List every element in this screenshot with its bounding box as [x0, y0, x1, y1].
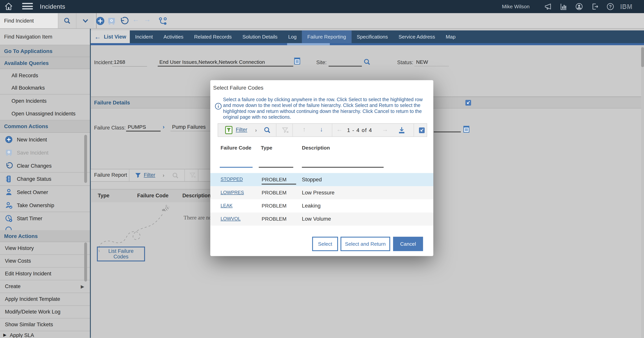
sidebar-header-more-actions[interactable]: More Actions [0, 230, 90, 242]
megaphone-icon[interactable] [544, 3, 552, 11]
sidebar-header-common-actions[interactable]: Common Actions [0, 120, 90, 133]
tab-activities[interactable]: Activities [158, 31, 189, 43]
search-button[interactable] [58, 13, 76, 28]
failure-code-link[interactable]: LOWPRES [220, 190, 244, 195]
download-icon[interactable] [398, 126, 406, 135]
action-save-incident: Save Incident [0, 146, 90, 159]
sidebar-item-all-bookmarks[interactable]: All Bookmarks [0, 82, 90, 94]
more-apply-sla[interactable]: ▶ Apply SLA [0, 331, 90, 338]
cancel-button[interactable]: Cancel [393, 237, 423, 251]
select-and-return-button[interactable]: Select and Return [340, 237, 390, 251]
filter-table-icon[interactable] [225, 126, 232, 135]
failure-code-link[interactable]: LEAK [220, 203, 232, 208]
find-incident-input[interactable] [0, 13, 62, 28]
tab-related-records[interactable]: Related Records [189, 31, 237, 43]
incident-id-field[interactable]: 1268 [112, 58, 147, 67]
sidebar-header-queries[interactable]: Available Queries [0, 57, 90, 69]
action-new-incident[interactable]: New Incident [0, 133, 90, 146]
failure-class-field[interactable]: PUMPS [126, 123, 160, 132]
user-profile-icon[interactable] [575, 3, 583, 11]
search-icon-disabled [172, 172, 179, 179]
type-filter-input[interactable] [259, 167, 293, 168]
description-filter-input[interactable] [302, 167, 384, 168]
tab-failure-reporting[interactable]: Failure Reporting [302, 31, 352, 43]
sidebar-item-open-incidents[interactable]: Open Incidents [0, 95, 90, 107]
sidebar-scrollbar-thumb-2[interactable] [84, 242, 87, 281]
table-row[interactable]: LEAK PROBLEM Leaking [210, 199, 433, 212]
failure-code-link[interactable]: LOWVOL [220, 216, 240, 221]
bar-chart-icon[interactable] [560, 3, 568, 11]
tab-log[interactable]: Log [283, 31, 302, 43]
long-description-icon[interactable] [463, 126, 470, 133]
list-failure-codes-button[interactable]: List Failure Codes [97, 247, 145, 261]
select-button[interactable]: Select [312, 237, 338, 251]
minimize-icon[interactable] [419, 127, 425, 133]
remarks-field[interactable] [434, 126, 461, 132]
save-icon[interactable] [107, 17, 116, 26]
failure-code-filter-input[interactable] [220, 167, 253, 168]
menu-icon[interactable] [22, 3, 33, 11]
sidebar-item-open-unassigned[interactable]: Open Unassigned Incidents [0, 107, 90, 120]
incident-description-field[interactable]: End User Issues,Network,Network Connecti… [158, 58, 293, 67]
filter-link[interactable]: Filter [236, 127, 247, 133]
site-field[interactable] [328, 58, 362, 67]
action-change-status[interactable]: Change Status [0, 172, 90, 185]
new-record-icon[interactable] [95, 16, 105, 26]
sidebar-header-goto[interactable]: Go To Applications [0, 45, 90, 57]
site-search-icon[interactable] [364, 58, 371, 66]
type-cell[interactable]: PROBLEM [262, 177, 296, 185]
clear-changes-icon[interactable] [119, 16, 128, 26]
content-scrollbar[interactable] [641, 45, 644, 338]
sidebar-item-all-records[interactable]: All Records [0, 69, 90, 82]
more-view-history[interactable]: View History [0, 242, 90, 255]
filter-icon[interactable] [135, 172, 141, 179]
action-take-ownership[interactable]: Take Ownership [0, 198, 90, 212]
more-show-similar-tickets[interactable]: Show Similar Tickets [0, 318, 90, 331]
previous-record-icon[interactable]: ← [132, 16, 139, 24]
more-modify-delete-work-log[interactable]: Modify/Delete Work Log [0, 306, 90, 318]
action-clear-changes[interactable]: Clear Changes [0, 159, 90, 172]
action-partial-row [0, 225, 90, 230]
content-scrollbar-thumb[interactable] [641, 47, 644, 67]
maximo-incidents-app: Incidents Mike Wilson ? IBM ← → Find Nav… [0, 0, 644, 338]
tab-map[interactable]: Map [440, 31, 461, 43]
bee-icon [160, 203, 171, 212]
long-description-icon[interactable] [294, 58, 300, 65]
logout-icon[interactable] [591, 3, 599, 11]
action-start-timer[interactable]: Start Timer [0, 212, 90, 225]
search-icon[interactable] [264, 127, 271, 134]
table-row-selected[interactable]: STOPPED PROBLEM Stopped [210, 173, 433, 186]
sidebar-scrollbar-thumb[interactable] [84, 135, 87, 183]
more-edit-history-incident[interactable]: Edit History Incident [0, 267, 90, 280]
active-tab-underline [287, 43, 330, 45]
query-menu-button[interactable] [76, 13, 94, 28]
tab-service-address[interactable]: Service Address [393, 31, 440, 43]
action-select-owner[interactable]: Select Owner [0, 185, 90, 198]
column-description: Description [302, 145, 330, 151]
status-label: Status: [397, 60, 413, 65]
more-apply-incident-template[interactable]: Apply Incident Template [0, 293, 90, 306]
failure-code-link[interactable]: STOPPED [220, 177, 243, 182]
table-row[interactable]: LOWPRES PROBLEM Low Pressure [210, 186, 433, 199]
failure-report-label: Failure Report [94, 172, 127, 178]
next-row-icon[interactable]: ↓ [320, 126, 323, 133]
filter-link[interactable]: Filter [144, 172, 155, 178]
next-record-icon[interactable]: → [144, 16, 150, 24]
plus-circle-icon [5, 135, 13, 143]
tab-list-view[interactable]: ← List View [91, 31, 130, 43]
tab-incident[interactable]: Incident [130, 31, 158, 43]
find-navigation-input[interactable]: Find Navigation Item [0, 29, 90, 45]
home-icon[interactable] [4, 2, 13, 11]
more-view-costs[interactable]: View Costs [0, 255, 90, 267]
tab-solution-details[interactable]: Solution Details [237, 31, 283, 43]
workflow-route-icon[interactable] [158, 16, 168, 26]
help-icon[interactable]: ? [606, 3, 614, 11]
minimize-icon[interactable] [465, 100, 471, 106]
navigation-sidebar: Find Navigation Item Go To Applications … [0, 29, 90, 338]
table-row[interactable]: LOWVOL PROBLEM Low Volume [210, 213, 433, 226]
username[interactable]: Mike Wilson [502, 4, 530, 10]
more-create[interactable]: Create ▶ [0, 280, 90, 293]
hierarchy-chevron-icon[interactable]: › [163, 123, 165, 130]
description-cell: Leaking [302, 203, 321, 209]
tab-specifications[interactable]: Specifications [352, 31, 393, 43]
